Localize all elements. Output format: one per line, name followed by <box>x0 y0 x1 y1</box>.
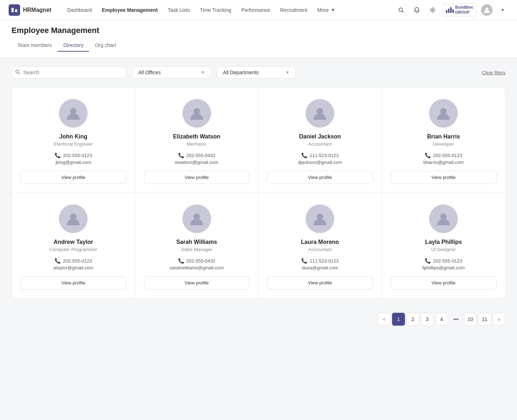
employee-contact: 📞 202-555-0123 llphillips@gmail.com <box>391 258 497 270</box>
avatar-andrew-taylor <box>59 204 88 233</box>
employee-card-john-king: John King Electrical Engineer 📞 202-555-… <box>12 88 135 193</box>
view-profile-button[interactable]: View profile <box>391 171 497 184</box>
pagination-page-10[interactable]: 10 <box>464 313 477 326</box>
email-row: djackson@gmail.com <box>298 160 342 165</box>
search-input[interactable] <box>11 66 126 79</box>
svg-line-7 <box>19 73 20 74</box>
user-dropdown-arrow[interactable]: ▼ <box>497 4 508 16</box>
nav-right-actions: BuildBlocGROUP ▼ <box>395 3 508 16</box>
svg-point-4 <box>432 9 434 11</box>
user-avatar[interactable] <box>481 4 493 16</box>
pagination-page-4[interactable]: 4 <box>435 313 448 326</box>
avatar-brian-harris <box>429 99 458 128</box>
employee-contact: 📞 202-555-0432 sarahwilliams@gmail.com <box>144 258 250 270</box>
view-profile-button[interactable]: View profile <box>20 276 126 289</box>
email-row: llphillips@gmail.com <box>422 265 465 270</box>
phone-row: 📞 202-555-0432 <box>178 152 215 158</box>
pagination: ‹ 1 2 3 4 ••• 10 11 › <box>11 307 506 331</box>
logo-icon <box>9 4 20 16</box>
tab-team-members[interactable]: Team members <box>11 39 57 52</box>
view-profile-button[interactable]: View profile <box>144 276 250 289</box>
employee-name: Sarah Williams <box>176 239 217 245</box>
employee-name: John King <box>59 133 87 140</box>
clear-filters-button[interactable]: Clear filters <box>482 70 506 75</box>
view-profile-button[interactable]: View profile <box>391 276 497 289</box>
phone-icon: 📞 <box>55 258 61 264</box>
search-button[interactable] <box>395 4 407 16</box>
svg-rect-1 <box>15 9 17 12</box>
phone-row: 📞 202-555-0123 <box>425 152 462 158</box>
pagination-page-2[interactable]: 2 <box>406 313 419 326</box>
employee-card-elizabeth-watson: Elizabeth Watson Mechanic 📞 202-555-0432… <box>135 88 259 193</box>
employee-card-andrew-taylor: Andrew Taylor Computer Programmer 📞 202-… <box>12 193 135 298</box>
employee-card-laura-moreno: Laura Moreno Accountant 📞 111-523-0123 l… <box>258 193 382 298</box>
employee-name: Andrew Taylor <box>53 239 93 245</box>
employee-role: UI Designer <box>431 247 456 252</box>
employee-contact: 📞 202-555-0123 ataylor@gmail.com <box>20 258 126 270</box>
view-profile-button[interactable]: View profile <box>267 171 373 184</box>
view-profile-button[interactable]: View profile <box>267 276 373 289</box>
tab-org-chart[interactable]: Org chart <box>89 39 121 52</box>
phone-icon: 📞 <box>178 152 184 158</box>
employee-role: Accountant <box>308 247 332 252</box>
departments-filter[interactable]: All Departments ▼ <box>217 66 296 79</box>
nav-more[interactable]: More ▼ <box>313 5 340 15</box>
search-icon <box>15 70 20 76</box>
employee-role: Mechanic <box>187 141 207 147</box>
pagination-ellipsis: ••• <box>450 313 462 326</box>
logo-text: HRMagnet <box>23 7 51 13</box>
employee-name: Elizabeth Watson <box>173 133 220 140</box>
avatar-sarah-williams <box>182 204 211 233</box>
svg-rect-0 <box>11 8 14 12</box>
filters-row: All Offices ▼ All Departments ▼ Clear fi… <box>11 66 506 79</box>
nav-employee-management[interactable]: Employee Management <box>98 5 162 15</box>
nav-performance[interactable]: Performance <box>237 5 274 15</box>
pagination-page-3[interactable]: 3 <box>421 313 434 326</box>
phone-row: 📞 111-523-0123 <box>301 258 339 264</box>
avatar-john-king <box>59 99 88 128</box>
employee-name: Brian Harris <box>427 133 460 140</box>
pagination-next[interactable]: › <box>493 313 506 326</box>
pagination-prev[interactable]: ‹ <box>378 313 391 326</box>
pagination-page-11[interactable]: 11 <box>478 313 491 326</box>
employee-card-sarah-williams: Sarah Williams Sales Manager 📞 202-555-0… <box>135 193 259 298</box>
nav-dashboard[interactable]: Dashboard <box>63 5 96 15</box>
offices-filter[interactable]: All Offices ▼ <box>132 66 211 79</box>
employee-grid: John King Electrical Engineer 📞 202-555-… <box>11 87 506 298</box>
view-profile-button[interactable]: View profile <box>144 171 250 184</box>
page-title: Employee Management <box>11 26 506 35</box>
email-row: bharris@gmail.com <box>423 160 464 165</box>
email-row: ataylor@gmail.com <box>53 265 93 270</box>
tab-directory[interactable]: Directory <box>57 39 89 52</box>
logo[interactable]: HRMagnet <box>9 4 51 16</box>
view-profile-button[interactable]: View profile <box>20 171 126 184</box>
departments-chevron-icon: ▼ <box>285 70 290 75</box>
page-header: Employee Management Team members Directo… <box>0 20 517 58</box>
pagination-page-1[interactable]: 1 <box>392 313 405 326</box>
brand-name: BuildBlocGROUP <box>455 5 474 14</box>
svg-point-2 <box>399 8 402 11</box>
employee-card-daniel-jackson: Daniel Jackson Accountant 📞 111-523-0123… <box>258 88 382 193</box>
nav-time-tracking[interactable]: Time Tracking <box>196 5 236 15</box>
nav-task-lists[interactable]: Task Lists <box>163 5 194 15</box>
notifications-button[interactable] <box>411 4 423 16</box>
nav-links: Dashboard Employee Management Task Lists… <box>63 5 395 15</box>
search-field-wrap <box>11 66 126 79</box>
email-row: sarahwilliams@gmail.com <box>170 265 224 270</box>
settings-button[interactable] <box>427 4 438 16</box>
nav-recruitment[interactable]: Recruitment <box>276 5 311 15</box>
employee-card-brian-harris: Brian Harris Developer 📞 202-555-0123 bh… <box>382 88 506 193</box>
phone-row: 📞 202-555-0123 <box>55 258 92 264</box>
phone-icon: 📞 <box>301 152 307 158</box>
top-navigation: HRMagnet Dashboard Employee Management T… <box>0 0 517 20</box>
employee-role: Accountant <box>308 141 332 147</box>
offices-chevron-icon: ▼ <box>201 70 205 75</box>
phone-row: 📞 202-555-0123 <box>425 258 462 264</box>
phone-row: 📞 111-523-0123 <box>301 152 339 158</box>
avatar-daniel-jackson <box>306 99 334 128</box>
avatar-laura-moreno <box>306 204 334 233</box>
phone-row: 📞 202-555-0432 <box>178 258 215 264</box>
phone-icon: 📞 <box>178 258 184 264</box>
phone-icon: 📞 <box>425 152 431 158</box>
svg-point-6 <box>16 70 19 73</box>
